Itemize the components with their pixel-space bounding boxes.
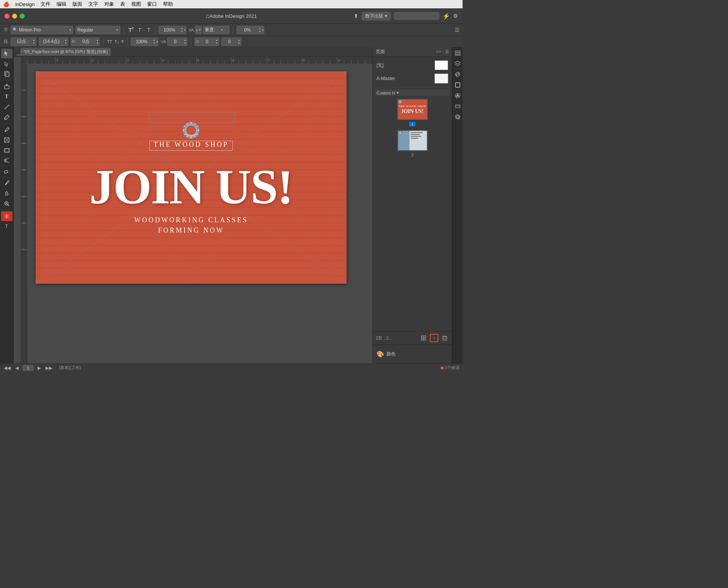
next-page-btn[interactable]: ▶ [37,365,42,371]
page-num-1[interactable]: 1 [409,122,416,126]
close-button[interactable] [5,14,9,19]
type-tool[interactable]: T [1,92,13,102]
document-tab[interactable]: × *05_PageSize.indd @ 97% [GPU 预览] [转换] [17,48,111,56]
apple-menu[interactable]: 🍎 [3,2,9,7]
font-size-input[interactable] [159,27,180,33]
para-size-input[interactable] [11,39,32,44]
gear-icon[interactable]: ⚙ [453,13,458,19]
rectangle-frame-tool[interactable] [1,135,13,145]
design-content: THE WOOD SHOP JOIN US! WOODWORKING CLASS… [36,71,347,284]
leading-input[interactable] [39,39,64,44]
prev-page-btn[interactable]: ◀ [14,365,19,371]
main-headline[interactable]: JOIN US! [89,162,293,211]
va-label: VA [188,28,194,32]
scale-h-input[interactable] [131,39,152,44]
font-name-input[interactable] [19,27,68,33]
size-dropdown[interactable]: ▾ [184,28,186,32]
t-tool-bottom[interactable]: T [1,222,13,231]
va-down[interactable]: ▼ [198,28,201,31]
menu-table[interactable]: 表 [120,1,125,8]
scissors-tool[interactable] [1,156,13,165]
zoom-tool[interactable] [1,199,13,209]
document-container[interactable]: THE WOOD SHOP JOIN US! WOODWORKING CLASS… [20,64,372,363]
minimize-button[interactable] [12,14,17,19]
page-number-input[interactable] [22,365,34,371]
home-icon[interactable]: ⌂ [206,13,210,19]
pen-tool[interactable] [1,112,13,122]
menu-edit[interactable]: 编辑 [56,1,66,8]
size-down[interactable]: ▼ [180,30,183,33]
error-label: 1个错误 [445,365,460,371]
preflight-icon[interactable] [1,211,13,221]
custom-h-dropdown[interactable]: Custom H ▾ [375,90,450,96]
properties-icon[interactable] [453,49,462,58]
select-tool[interactable] [1,49,13,58]
panel-menu-icon[interactable]: ☰ [445,49,449,54]
lightning-icon[interactable]: ⚡ [442,13,450,20]
menu-help[interactable]: 帮助 [163,1,173,8]
direct-select-tool[interactable] [1,59,13,69]
new-page-button[interactable]: + [430,334,438,342]
brand-logo: THE WOOD SHOP [149,120,233,151]
toolbar-row1: 字 🔍 ▾ ▾ TT T↑ T ▲▼ ▾ VA ▲ ▼ ▾ ▲▼ ▾ ☰ [0,24,463,36]
tt-button-1[interactable]: TT [127,26,135,34]
content-collector-tool[interactable] [1,82,13,91]
t-super-sub: TT [107,39,112,44]
page-2-thumb[interactable]: A [397,130,428,151]
layers-icon[interactable] [453,59,462,68]
font-search-wrapper: 🔍 ▾ [11,26,73,34]
menu-view[interactable]: 视图 [131,1,141,8]
hand-tool[interactable] [1,189,13,198]
rectangle-tool[interactable] [1,145,13,155]
menu-object[interactable]: 对象 [104,1,114,8]
share-icon[interactable]: ⬆ [354,13,358,19]
links-icon[interactable] [453,70,462,79]
font-dropdown-arrow[interactable]: ▾ [69,28,71,32]
effects-icon[interactable] [453,112,462,121]
ruler-corner [14,47,20,54]
tt-button-2[interactable]: T↑ [137,26,144,33]
color-theme-icon[interactable] [453,91,462,100]
tool-sep-1 [2,80,11,80]
page-1-thumb[interactable]: THE WOOD SHOP JOIN US! A [397,99,428,120]
master-a[interactable]: A-Master [375,72,450,85]
stroke-icon[interactable] [453,80,462,90]
toolbar-menu-icon[interactable]: ☰ [455,27,460,33]
va-up[interactable]: ▲ [195,28,198,31]
baseline-input[interactable] [199,39,215,44]
pencil-tool[interactable] [1,125,13,135]
subtitle-line2: FORMING NOW [134,225,248,236]
object-styles-icon[interactable] [453,102,462,111]
svg-point-61 [457,94,459,97]
arrange-pages-btn[interactable] [419,334,428,342]
delete-page-button[interactable] [441,334,449,342]
menu-window[interactable]: 窗口 [147,1,157,8]
font-style-input[interactable] [77,27,115,33]
colors-icon[interactable]: 🎨 [377,351,384,358]
measure-input[interactable] [205,27,220,33]
menu-file[interactable]: 文件 [41,1,50,8]
kerning-input[interactable] [77,39,96,44]
menu-indesign[interactable]: InDesign [15,2,35,7]
svg-rect-14 [4,170,8,173]
page-tool[interactable] [1,69,13,79]
transform-tool[interactable] [1,166,13,176]
maximize-button[interactable] [20,14,25,19]
tt-button-3[interactable]: T [146,26,151,33]
first-page-btn[interactable]: ◀◀ [3,365,11,371]
menu-layout[interactable]: 版面 [72,1,82,8]
panel-expand-icon[interactable]: >> [436,49,441,54]
svg-rect-2 [5,86,9,89]
master-none[interactable]: [无] [375,59,450,71]
search-input[interactable] [394,12,439,20]
offset-input[interactable] [237,27,258,33]
last-page-btn[interactable]: ▶▶ [45,365,53,371]
line-tool[interactable] [1,102,13,112]
digital-publish-button[interactable]: 数字出版 ▾ [361,12,391,20]
font-style-arrow[interactable]: ▾ [116,28,118,32]
extra-input[interactable] [222,39,237,44]
eyedropper-tool[interactable] [1,178,13,188]
size-up[interactable]: ▲ [180,27,183,30]
va-value-input[interactable] [168,39,183,44]
menu-text[interactable]: 文字 [88,1,98,8]
